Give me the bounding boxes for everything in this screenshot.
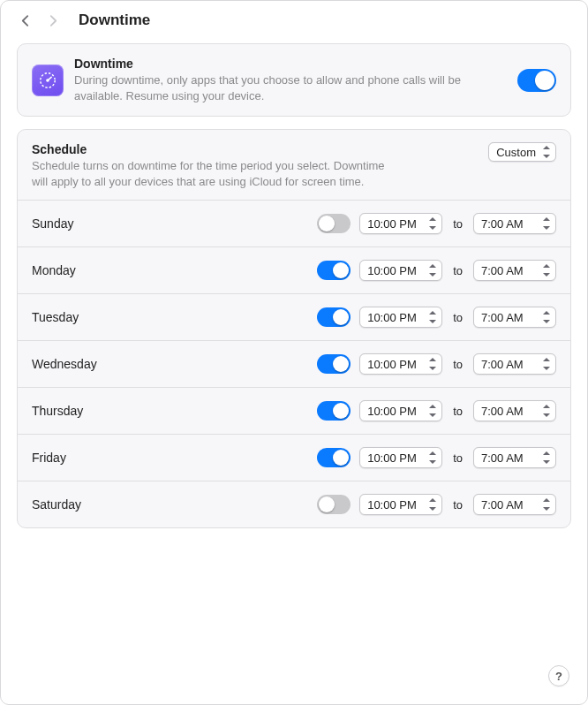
from-time-value: 10:00 PM	[367, 358, 417, 371]
from-time-value: 10:00 PM	[367, 217, 417, 231]
day-toggle[interactable]	[317, 214, 351, 233]
from-time-value: 10:00 PM	[367, 451, 417, 465]
from-time-field[interactable]: 10:00 PM	[359, 307, 442, 328]
stepper-icon	[427, 497, 438, 512]
stepper-icon	[427, 451, 438, 465]
chevron-right-icon	[49, 14, 57, 27]
stepper-icon	[427, 216, 438, 231]
to-time-field[interactable]: 7:00 AM	[473, 447, 556, 468]
day-row: Sunday10:00 PMto7:00 AM	[18, 200, 570, 246]
to-time-value: 7:00 AM	[481, 405, 524, 418]
svg-line-2	[48, 77, 51, 80]
stepper-icon	[541, 263, 552, 277]
downtime-title: Downtime	[74, 57, 507, 71]
day-toggle[interactable]	[317, 401, 351, 421]
up-down-stepper-icon	[541, 145, 552, 159]
schedule-card: Schedule Schedule turns on downtime for …	[17, 129, 571, 528]
to-time-field[interactable]: 7:00 AM	[473, 213, 556, 234]
downtime-master-toggle[interactable]	[517, 69, 556, 92]
from-time-field[interactable]: 10:00 PM	[359, 494, 442, 515]
schedule-mode-value: Custom	[496, 146, 536, 159]
from-time-value: 10:00 PM	[367, 311, 417, 324]
to-label: to	[451, 311, 464, 324]
to-label: to	[451, 405, 464, 418]
to-time-value: 7:00 AM	[481, 498, 524, 512]
stepper-icon	[541, 451, 552, 465]
stepper-icon	[541, 310, 552, 324]
day-name: Thursday	[32, 404, 308, 418]
from-time-value: 10:00 PM	[367, 405, 417, 418]
stepper-icon	[427, 310, 438, 324]
schedule-description: Schedule turns on downtime for the time …	[32, 158, 403, 189]
day-toggle[interactable]	[317, 354, 351, 374]
day-row: Thursday10:00 PMto7:00 AM	[18, 387, 570, 434]
to-time-field[interactable]: 7:00 AM	[473, 307, 556, 328]
stepper-icon	[541, 357, 552, 371]
forward-button[interactable]	[45, 10, 61, 31]
schedule-title: Schedule	[32, 142, 472, 156]
to-label: to	[451, 217, 464, 231]
stepper-icon	[541, 404, 552, 418]
day-name: Sunday	[32, 216, 308, 231]
help-button[interactable]: ?	[548, 665, 569, 686]
day-name: Saturday	[32, 497, 308, 512]
day-row: Saturday10:00 PMto7:00 AM	[18, 481, 570, 527]
from-time-value: 10:00 PM	[367, 498, 417, 512]
to-time-field[interactable]: 7:00 AM	[473, 494, 556, 515]
day-row: Wednesday10:00 PMto7:00 AM	[18, 340, 570, 387]
from-time-field[interactable]: 10:00 PM	[359, 353, 442, 375]
to-label: to	[451, 358, 464, 371]
to-time-value: 7:00 AM	[481, 358, 524, 371]
downtime-description: During downtime, only apps that you choo…	[74, 72, 507, 103]
day-row: Tuesday10:00 PMto7:00 AM	[18, 293, 570, 340]
to-label: to	[451, 451, 464, 465]
from-time-field[interactable]: 10:00 PM	[359, 213, 442, 234]
day-toggle[interactable]	[317, 495, 351, 514]
from-time-field[interactable]: 10:00 PM	[359, 260, 442, 281]
day-row: Monday10:00 PMto7:00 AM	[18, 246, 570, 293]
day-name: Monday	[32, 263, 308, 277]
stepper-icon	[427, 357, 438, 371]
to-time-value: 7:00 AM	[481, 311, 524, 324]
from-time-value: 10:00 PM	[367, 264, 417, 277]
stepper-icon	[541, 497, 552, 512]
to-time-value: 7:00 AM	[481, 217, 524, 231]
schedule-day-list: Sunday10:00 PMto7:00 AMMonday10:00 PMto7…	[18, 200, 570, 527]
to-time-field[interactable]: 7:00 AM	[473, 260, 556, 281]
schedule-mode-select[interactable]: Custom	[488, 142, 556, 162]
stepper-icon	[541, 216, 552, 231]
back-button[interactable]	[17, 10, 33, 31]
titlebar: Downtime	[1, 1, 587, 38]
to-time-value: 7:00 AM	[481, 264, 524, 277]
downtime-header-card: Downtime During downtime, only apps that…	[17, 43, 571, 117]
day-toggle[interactable]	[317, 261, 351, 280]
chevron-left-icon	[21, 14, 29, 27]
help-icon: ?	[555, 670, 562, 683]
downtime-icon	[32, 64, 64, 96]
day-name: Friday	[32, 451, 308, 465]
day-toggle[interactable]	[317, 307, 351, 327]
day-row: Friday10:00 PMto7:00 AM	[18, 434, 570, 481]
page-title: Downtime	[79, 11, 150, 29]
to-time-value: 7:00 AM	[481, 451, 524, 465]
to-label: to	[451, 498, 464, 512]
to-time-field[interactable]: 7:00 AM	[473, 400, 556, 421]
to-label: to	[451, 264, 464, 277]
to-time-field[interactable]: 7:00 AM	[473, 353, 556, 375]
settings-pane: Downtime Downtime During downtime, only …	[0, 0, 588, 705]
day-toggle[interactable]	[317, 448, 351, 467]
day-name: Wednesday	[32, 357, 308, 371]
clock-gauge-icon	[38, 71, 57, 90]
stepper-icon	[427, 404, 438, 418]
stepper-icon	[427, 263, 438, 277]
day-name: Tuesday	[32, 310, 308, 324]
from-time-field[interactable]: 10:00 PM	[359, 447, 442, 468]
from-time-field[interactable]: 10:00 PM	[359, 400, 442, 421]
